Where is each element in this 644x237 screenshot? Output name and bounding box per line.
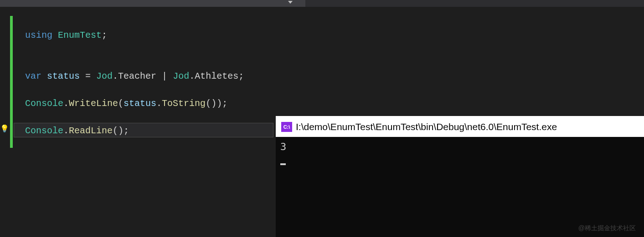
code-line-3[interactable] [25,56,244,70]
enum-teacher: Teacher [118,71,156,81]
dot: . [113,71,118,81]
semicolon: ; [124,126,129,136]
dot: . [189,71,195,81]
rparen: ) [216,98,222,109]
dot: . [63,98,69,109]
type-console: Console [25,126,63,136]
dot: . [156,98,162,109]
toolbar-dropdown[interactable] [0,0,296,7]
type-jod: Jod [173,71,189,81]
change-indicator [10,16,13,148]
code-line-5[interactable] [25,83,244,97]
variable-status: status [47,71,80,81]
code-line-6[interactable]: Console.WriteLine(status.ToString()); [25,97,244,111]
namespace-name: EnumTest [58,30,102,40]
watermark: @稀土掘金技术社区 [578,224,636,232]
variable-status: status [124,98,156,109]
or-operator: | [156,71,173,81]
console-body[interactable]: 3 [276,137,644,237]
code-line-4[interactable]: var status = Jod.Teacher | Jod.Athletes; [25,70,244,83]
semicolon: ; [222,98,227,109]
method-readline: ReadLine [69,126,113,136]
console-output-line: 3 [280,141,639,153]
keyword-var: var [25,71,41,81]
code-content[interactable]: using EnumTest; var status = Jod.Teacher… [25,29,244,138]
semicolon: ; [238,71,244,81]
code-line-2[interactable] [25,42,244,56]
enum-athletes: Athletes [195,71,238,81]
semicolon: ; [102,30,107,40]
method-tostring: ToString [162,98,206,109]
parens: () [206,98,216,109]
code-line-7[interactable] [25,111,244,124]
method-writeline: WriteLine [69,98,118,109]
parens: () [113,126,124,136]
editor-toolbar [0,0,644,7]
editor-gutter [0,7,10,237]
console-titlebar[interactable]: C:\ I:\demo\EnumTest\EnumTest\bin\Debug\… [276,116,644,137]
console-title: I:\demo\EnumTest\EnumTest\bin\Debug\net6… [296,121,557,132]
code-line-8[interactable]: Console.ReadLine(); [25,124,244,138]
toolbar-section [305,0,644,7]
equals: = [80,71,96,81]
console-cursor [280,163,286,165]
code-line-1[interactable]: using EnumTest; [25,29,244,42]
console-window[interactable]: C:\ I:\demo\EnumTest\EnumTest\bin\Debug\… [276,116,644,237]
code-editor[interactable]: 💡 using EnumTest; var status = Jod.Teach… [0,7,644,237]
keyword-using: using [25,30,52,40]
lparen: ( [118,98,124,109]
console-icon: C:\ [281,122,292,132]
type-console: Console [25,98,63,109]
type-jod: Jod [96,71,113,81]
lightbulb-icon[interactable]: 💡 [0,124,9,133]
chevron-down-icon [288,1,293,4]
dot: . [63,126,69,136]
